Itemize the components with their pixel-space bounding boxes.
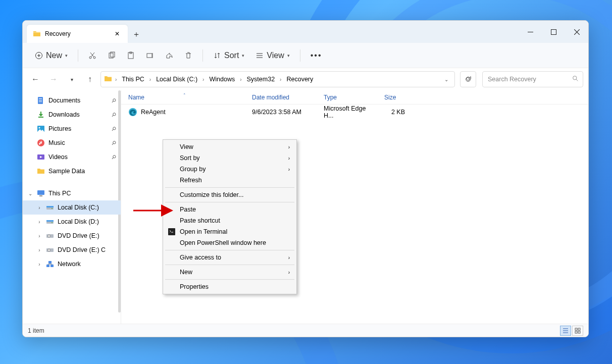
context-menu-paste-shortcut[interactable]: Paste shortcut xyxy=(165,215,295,226)
breadcrumb[interactable]: Windows xyxy=(207,75,237,84)
context-menu-customize-this-folder[interactable]: Customize this folder... xyxy=(165,189,295,200)
search-box[interactable] xyxy=(482,71,583,87)
chevron-right-icon: › xyxy=(288,270,290,275)
expand-icon[interactable]: › xyxy=(36,219,43,225)
sidebar-item-music[interactable]: Music⚲ xyxy=(23,136,121,150)
delete-button[interactable] xyxy=(180,47,196,64)
breadcrumb[interactable]: Recovery xyxy=(284,75,315,84)
more-button[interactable]: ••• xyxy=(307,47,326,64)
trash-icon xyxy=(184,51,192,60)
context-menu-open-powershell-window-here[interactable]: Open PowerShell window here xyxy=(165,237,295,248)
disk-icon xyxy=(46,203,54,212)
column-header-date[interactable]: Date modified xyxy=(245,94,317,101)
view-button[interactable]: View▾ xyxy=(251,47,293,64)
cut-button[interactable] xyxy=(84,47,100,64)
share-button[interactable] xyxy=(161,47,177,64)
context-menu-view[interactable]: View› xyxy=(165,141,295,152)
scissors-icon xyxy=(88,51,96,60)
video-icon xyxy=(37,153,45,161)
sidebar-item-local-disk-d-[interactable]: ›Local Disk (D:) xyxy=(23,215,121,229)
chevron-right-icon: › xyxy=(288,155,290,161)
rename-button[interactable] xyxy=(142,47,158,64)
share-icon xyxy=(165,51,173,60)
svg-rect-37 xyxy=(578,328,580,330)
chevron-right-icon: › xyxy=(288,144,290,150)
terminal-icon xyxy=(168,228,176,236)
minimize-button[interactable] xyxy=(519,21,542,43)
context-menu-group-by[interactable]: Group by› xyxy=(165,164,295,175)
close-button[interactable] xyxy=(565,21,588,43)
context-menu-sort-by[interactable]: Sort by› xyxy=(165,152,295,164)
context-menu-give-access-to[interactable]: Give access to› xyxy=(165,252,295,263)
svg-rect-13 xyxy=(39,100,42,100)
up-button[interactable]: ↑ xyxy=(82,72,97,87)
context-menu-refresh[interactable]: Refresh xyxy=(165,175,295,186)
svg-point-3 xyxy=(89,57,91,59)
dvd-icon xyxy=(46,246,54,254)
chevron-down-icon: ▾ xyxy=(65,53,68,58)
sidebar-item-dvd-drive-e-c[interactable]: ›DVD Drive (E:) C xyxy=(23,243,121,257)
plus-circle-icon xyxy=(35,51,43,60)
sidebar-item-documents[interactable]: Documents⚲ xyxy=(23,93,121,108)
refresh-button[interactable] xyxy=(460,71,476,87)
sort-indicator-icon: ˄ xyxy=(183,93,186,98)
rename-icon xyxy=(146,51,154,60)
net-icon xyxy=(46,260,54,268)
details-view-button[interactable] xyxy=(560,326,571,336)
sidebar-item-pictures[interactable]: Pictures⚲ xyxy=(23,122,121,136)
sidebar-item-videos[interactable]: Videos⚲ xyxy=(23,150,121,164)
sort-button[interactable]: Sort▾ xyxy=(209,47,248,64)
expand-icon[interactable]: ⌄ xyxy=(27,191,34,196)
sidebar-item-dvd-drive-e-[interactable]: ›DVD Drive (E:) xyxy=(23,229,121,243)
expand-icon[interactable]: › xyxy=(36,262,43,267)
file-row[interactable]: ReAgent9/6/2023 3:58 AMMicrosoft Edge H.… xyxy=(121,105,588,120)
recent-locations-button[interactable]: ▾ xyxy=(64,72,79,87)
tab-close-button[interactable]: ✕ xyxy=(113,29,122,38)
paste-button[interactable] xyxy=(123,47,139,64)
folder-icon xyxy=(104,75,112,84)
expand-icon[interactable]: › xyxy=(36,247,43,253)
sidebar-item-this-pc[interactable]: ⌄This PC xyxy=(23,186,121,200)
folder-icon xyxy=(33,30,41,38)
chevron-down-icon: ▾ xyxy=(242,53,244,58)
context-menu-new[interactable]: New› xyxy=(165,267,295,278)
context-menu: View›Sort by›Group by›RefreshCustomize t… xyxy=(163,139,297,294)
context-menu-open-in-terminal[interactable]: Open in Terminal xyxy=(165,226,295,237)
breadcrumb[interactable]: This PC xyxy=(120,75,146,84)
context-menu-paste[interactable]: Paste xyxy=(165,204,295,215)
list-icon xyxy=(256,51,264,60)
chevron-down-icon[interactable]: ⌄ xyxy=(441,77,451,82)
sidebar-item-local-disk-c-[interactable]: ›Local Disk (C:) xyxy=(23,200,121,215)
expand-icon[interactable]: › xyxy=(36,233,43,239)
window-tab[interactable]: Recovery ✕ xyxy=(27,25,128,43)
expand-icon[interactable]: › xyxy=(36,205,43,211)
svg-rect-36 xyxy=(575,328,577,330)
svg-rect-32 xyxy=(46,265,49,267)
copy-button[interactable] xyxy=(104,47,120,64)
address-bar[interactable]: › This PC› Local Disk (C:)› Windows› Sys… xyxy=(100,71,455,87)
sidebar-item-downloads[interactable]: Downloads⚲ xyxy=(23,108,121,122)
svg-rect-23 xyxy=(46,206,54,207)
svg-rect-39 xyxy=(578,331,580,333)
pic-icon xyxy=(37,125,45,133)
sidebar-item-network[interactable]: ›Network xyxy=(23,257,121,271)
disk-icon xyxy=(46,218,54,226)
svg-rect-14 xyxy=(39,101,42,102)
breadcrumb[interactable]: Local Disk (C:) xyxy=(154,75,199,84)
back-button[interactable]: ← xyxy=(28,72,43,87)
column-header-name[interactable]: Name˄ xyxy=(121,94,245,101)
thumbnails-view-button[interactable] xyxy=(572,326,583,336)
music-icon xyxy=(37,139,45,147)
maximize-button[interactable] xyxy=(542,21,565,43)
forward-button[interactable]: → xyxy=(46,72,61,87)
toolbar: New ▾ Sort▾ View▾ ••• xyxy=(23,43,588,68)
breadcrumb[interactable]: System32 xyxy=(245,75,277,84)
context-menu-properties[interactable]: Properties xyxy=(165,281,295,292)
sidebar-item-sample-data[interactable]: Sample Data xyxy=(23,164,121,178)
chevron-right-icon: › xyxy=(288,167,290,172)
search-input[interactable] xyxy=(487,75,579,83)
column-header-type[interactable]: Type xyxy=(317,94,377,101)
column-header-size[interactable]: Size xyxy=(377,94,415,101)
new-tab-button[interactable]: ＋ xyxy=(128,26,145,43)
new-button[interactable]: New ▾ xyxy=(31,47,72,64)
